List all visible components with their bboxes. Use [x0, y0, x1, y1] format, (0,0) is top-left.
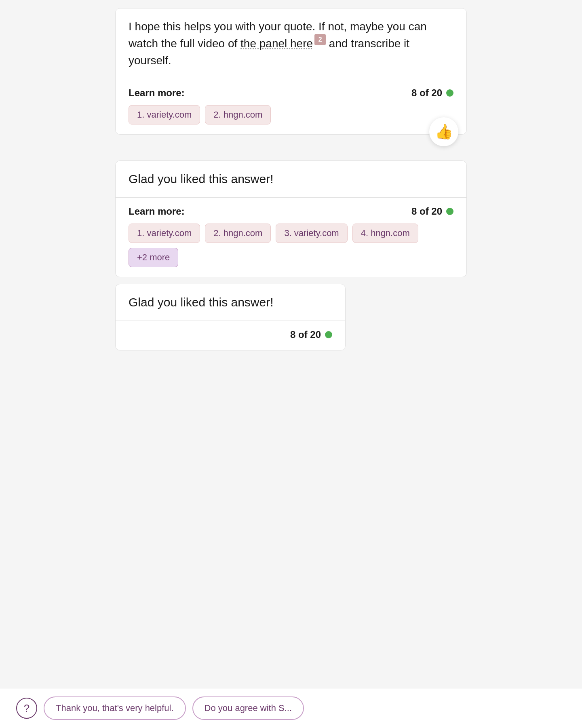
learn-more-section: Learn more: 8 of 20 1. variety.com 2. hn… — [116, 79, 466, 134]
second-source-tags: 1. variety.com 2. hngn.com 3. variety.co… — [129, 224, 453, 267]
green-dot-icon — [446, 89, 453, 97]
question-icon[interactable]: ? — [16, 698, 37, 719]
second-count-text: 8 of 20 — [411, 206, 442, 217]
second-count-badge: 8 of 20 — [411, 206, 453, 217]
third-green-dot-icon — [325, 331, 332, 338]
third-count-text: 8 of 20 — [290, 329, 321, 340]
first-message-body: I hope this helps you with your quote. I… — [116, 8, 466, 79]
source-tag-1[interactable]: 1. variety.com — [129, 105, 200, 124]
second-glad-card: Glad you liked this answer! Learn more: … — [115, 160, 467, 277]
learn-more-header: Learn more: 8 of 20 — [129, 87, 453, 99]
second-source-tag-1[interactable]: 1. variety.com — [129, 224, 200, 243]
second-source-tag-3[interactable]: 3. variety.com — [276, 224, 347, 243]
suggestion-pill-1[interactable]: Thank you, that's very helpful. — [44, 696, 186, 720]
second-source-tag-4[interactable]: 4. hngn.com — [352, 224, 418, 243]
learn-more-label: Learn more: — [129, 87, 185, 99]
third-count-badge: 8 of 20 — [290, 329, 332, 340]
more-sources-tag[interactable]: +2 more — [129, 248, 178, 267]
first-message-card: I hope this helps you with your quote. I… — [115, 8, 467, 135]
third-glad-message: Glad you liked this answer! — [116, 284, 345, 321]
bottom-bar: ? Thank you, that's very helpful. Do you… — [0, 688, 582, 728]
second-learn-more-section: Learn more: 8 of 20 1. variety.com 2. hn… — [116, 198, 466, 277]
thumbs-up-emoji: 👍 — [435, 123, 453, 140]
source-tag-2[interactable]: 2. hngn.com — [205, 105, 271, 124]
spacer — [115, 141, 467, 160]
citation-badge[interactable]: 2 — [314, 34, 326, 45]
second-glad-message: Glad you liked this answer! — [116, 161, 466, 197]
suggestion-pill-2[interactable]: Do you agree with S... — [192, 696, 304, 720]
second-learn-more-header: Learn more: 8 of 20 — [129, 206, 453, 217]
second-source-tag-2[interactable]: 2. hngn.com — [205, 224, 271, 243]
thumbs-up-button[interactable]: 👍 — [429, 117, 458, 146]
count-badge: 8 of 20 — [411, 87, 453, 99]
second-learn-more-label: Learn more: — [129, 206, 185, 217]
second-green-dot-icon — [446, 208, 453, 215]
count-text: 8 of 20 — [411, 87, 442, 99]
third-glad-card: Glad you liked this answer! 8 of 20 — [115, 284, 346, 350]
panel-citation-link[interactable]: the panel here — [240, 37, 313, 50]
third-count-section: 8 of 20 — [116, 321, 345, 350]
source-tags: 1. variety.com 2. hngn.com — [129, 105, 453, 124]
